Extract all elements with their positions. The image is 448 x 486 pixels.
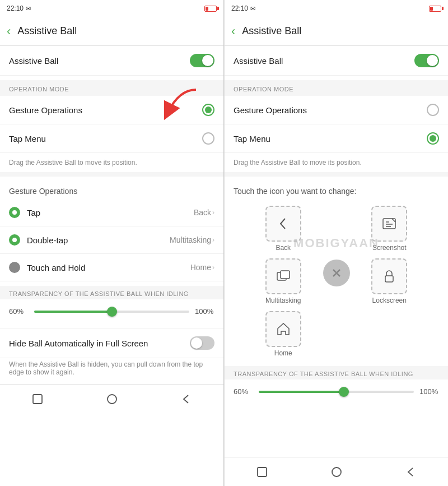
- left-doubletap-row[interactable]: Double-tap Multitasking ›: [0, 226, 223, 254]
- right-icon-home-label: Home: [274, 349, 292, 357]
- right-tap-menu-radio[interactable]: [427, 132, 439, 145]
- right-icon-multitasking-box[interactable]: [265, 258, 301, 294]
- left-doubletap-value: Multitasking ›: [170, 235, 214, 244]
- left-hold-value: Home ›: [190, 263, 214, 272]
- left-phone-screen: 22:10 ✉ ‹ Assistive Ball Assistive Ball …: [0, 0, 224, 486]
- right-battery-icon: [429, 6, 441, 12]
- screenshot-icon: [381, 215, 398, 232]
- right-icon-lockscreen[interactable]: Lockscreen: [340, 258, 440, 304]
- right-drag-info: Drag the Assistive Ball to move its posi…: [225, 153, 448, 177]
- right-assistive-ball-toggle[interactable]: [414, 54, 439, 67]
- left-back-button[interactable]: ‹: [7, 24, 11, 39]
- right-slider-track[interactable]: [259, 391, 414, 393]
- right-status-right: [429, 6, 441, 12]
- left-hide-ball-desc: When the Assistive Ball is hidden, you c…: [0, 358, 223, 384]
- left-time: 22:10: [7, 4, 24, 12]
- right-status-left: 22:10 ✉: [231, 4, 255, 12]
- left-assistive-ball-row: Assistive Ball: [0, 46, 223, 76]
- right-icon-home[interactable]: Home: [234, 311, 333, 357]
- left-nav-circle[interactable]: [101, 388, 123, 410]
- left-bottom-nav: [0, 384, 223, 413]
- svg-point-13: [332, 468, 341, 476]
- left-tap-menu-row[interactable]: Tap Menu: [0, 124, 223, 153]
- svg-rect-9: [385, 276, 393, 282]
- left-slider-max: 100%: [195, 307, 214, 316]
- svg-rect-12: [258, 468, 267, 476]
- left-tap-radio[interactable]: [9, 207, 20, 218]
- left-assistive-ball-section: Assistive Ball: [0, 46, 223, 76]
- right-transparency-header: TRANSPARENCY OF THE ASSISTIVE BALL WHEN …: [225, 366, 448, 379]
- right-gesture-ops-radio[interactable]: [427, 104, 439, 116]
- left-slider-thumb[interactable]: [107, 307, 117, 317]
- right-assistive-ball-row: Assistive Ball: [225, 46, 448, 76]
- left-tap-name: Tap: [27, 208, 40, 217]
- right-cancel-circle[interactable]: [323, 260, 350, 286]
- left-gesture-section: Gesture Operations Tap Back › Double-tap…: [0, 181, 223, 281]
- left-nav-square[interactable]: [26, 388, 49, 410]
- left-gesture-ops-radio[interactable]: [202, 104, 214, 116]
- right-assistive-ball-section: Assistive Ball: [225, 46, 448, 76]
- right-slider-thumb[interactable]: [339, 387, 349, 397]
- svg-point-2: [108, 395, 116, 404]
- right-icons-grid: Back Screenshot: [225, 200, 448, 366]
- right-touch-label: Touch the icon you want to change:: [225, 181, 448, 200]
- left-gesture-title: Gesture Operations: [0, 181, 223, 199]
- left-status-left: 22:10 ✉: [7, 4, 31, 12]
- left-assistive-ball-toggle[interactable]: [190, 54, 214, 67]
- right-slider-max: 100%: [419, 387, 439, 396]
- left-tap-row[interactable]: Tap Back ›: [0, 199, 223, 226]
- left-slider-track[interactable]: [34, 311, 189, 313]
- right-slider-min: 60%: [234, 387, 253, 396]
- right-toolbar-title: Assistive Ball: [242, 25, 301, 37]
- right-icon-back-box[interactable]: [265, 206, 301, 242]
- right-icon-lockscreen-box[interactable]: [371, 258, 407, 294]
- back-icon: [275, 215, 292, 232]
- right-assistive-ball-label: Assistive Ball: [234, 56, 283, 66]
- svg-rect-8: [281, 271, 290, 279]
- left-transparency-header: TRANSPARENCY OF THE ASSISTIVE BALL WHEN …: [0, 286, 223, 299]
- left-operation-mode-section: Gesture Operations Tap Menu Drag the Ass…: [0, 96, 223, 177]
- right-slider-fill: [259, 391, 344, 393]
- left-doubletap-radio[interactable]: [9, 234, 20, 246]
- right-gesture-ops-row[interactable]: Gesture Operations: [225, 96, 448, 124]
- right-nav-circle[interactable]: [325, 461, 348, 483]
- right-phone-screen: 22:10 ✉ ‹ Assistive Ball Assistive Ball …: [224, 0, 448, 486]
- right-icon-screenshot-box[interactable]: [371, 206, 407, 242]
- left-gesture-ops-row[interactable]: Gesture Operations: [0, 96, 223, 124]
- right-icon-home-box[interactable]: [265, 311, 301, 347]
- right-tap-menu-row[interactable]: Tap Menu: [225, 124, 448, 153]
- right-icon-screenshot[interactable]: Screenshot: [340, 206, 440, 252]
- left-slider-fill: [34, 311, 112, 313]
- right-nav-square[interactable]: [251, 461, 273, 483]
- right-icon-multitasking-label: Multitasking: [265, 297, 301, 304]
- left-hold-name: Touch and Hold: [27, 263, 85, 272]
- right-icon-multitasking[interactable]: Multitasking: [234, 258, 333, 304]
- left-tap-chevron: ›: [212, 209, 214, 216]
- right-operation-mode-section: Gesture Operations Tap Menu Drag the Ass…: [225, 96, 448, 177]
- left-nav-triangle[interactable]: [175, 388, 198, 410]
- left-hold-radio[interactable]: [9, 262, 20, 273]
- svg-rect-1: [33, 395, 42, 404]
- right-back-button[interactable]: ‹: [231, 24, 235, 39]
- right-tap-menu-label: Tap Menu: [234, 134, 270, 144]
- left-gesture-ops-label: Gesture Operations: [9, 105, 82, 115]
- right-time: 22:10: [231, 4, 248, 12]
- left-hide-ball-label: Hide Ball Automatically in Full Screen: [9, 339, 148, 348]
- left-sim-icon: ✉: [26, 5, 31, 12]
- left-drag-info: Drag the Assistive Ball to move its posi…: [0, 153, 223, 177]
- left-tap-menu-radio[interactable]: [202, 132, 214, 145]
- home-icon: [275, 321, 292, 337]
- left-slider-min: 60%: [9, 307, 29, 316]
- left-hold-row[interactable]: Touch and Hold Home ›: [0, 254, 223, 281]
- left-tap-value: Back ›: [194, 208, 214, 217]
- left-doubletap-chevron: ›: [212, 236, 214, 244]
- right-nav-triangle[interactable]: [400, 461, 422, 483]
- right-operation-mode-header: OPERATION MODE: [225, 80, 448, 96]
- left-hide-ball-toggle[interactable]: [190, 336, 214, 350]
- right-gesture-ops-label: Gesture Operations: [234, 105, 307, 115]
- right-icon-back-label: Back: [276, 244, 291, 252]
- right-sim-icon: ✉: [250, 5, 255, 12]
- right-icon-back[interactable]: Back: [234, 206, 333, 252]
- left-status-right: [204, 6, 217, 12]
- multitasking-icon: [275, 268, 292, 285]
